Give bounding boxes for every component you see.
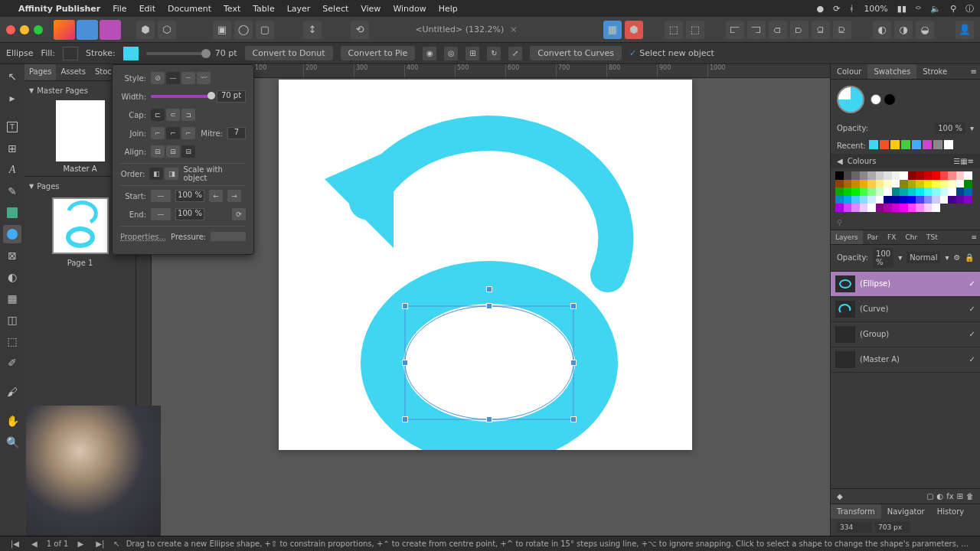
- palette-swatch[interactable]: [908, 196, 916, 204]
- menu-document[interactable]: Document: [168, 4, 211, 14]
- palette-swatch[interactable]: [860, 180, 868, 188]
- palette-swatch[interactable]: [900, 204, 908, 212]
- rectangle-tool[interactable]: [3, 204, 21, 222]
- black-swatch[interactable]: [884, 94, 895, 105]
- palette-swatch[interactable]: [892, 187, 900, 196]
- ctx-hide-icon[interactable]: ◎: [444, 47, 458, 60]
- stroke-swatch[interactable]: [123, 47, 139, 60]
- place-image-tool[interactable]: ▦: [3, 289, 21, 308]
- transform-x-field[interactable]: 334: [837, 522, 872, 533]
- palette-swatch[interactable]: [964, 187, 972, 196]
- assets-tab[interactable]: Assets: [56, 64, 90, 80]
- palette-swatch[interactable]: [932, 171, 940, 180]
- table-tool[interactable]: ⊞: [3, 139, 21, 158]
- pressure-profile[interactable]: [211, 232, 246, 241]
- join-mitre-button[interactable]: ⌐: [181, 127, 195, 139]
- palette-list-icon[interactable]: ☰: [953, 157, 960, 165]
- palette-swatch[interactable]: [844, 187, 852, 196]
- tb-union-icon[interactable]: ◐: [873, 21, 891, 39]
- search-icon[interactable]: ⚲: [950, 4, 956, 14]
- palette-swatch[interactable]: [964, 196, 972, 204]
- ctx-transform-icon[interactable]: ⤢: [508, 47, 522, 60]
- handle-tl[interactable]: [402, 303, 408, 309]
- palette-swatch[interactable]: [908, 180, 916, 188]
- layers-menu-icon[interactable]: ≡: [968, 230, 980, 244]
- fill-swatch[interactable]: [63, 47, 78, 60]
- palette-swatch[interactable]: [851, 180, 860, 188]
- recent-swatch[interactable]: [933, 140, 942, 149]
- pen-tool[interactable]: ✎: [3, 182, 21, 201]
- palette-swatch[interactable]: [924, 171, 933, 180]
- fx-tab[interactable]: FX: [883, 230, 900, 244]
- palette-swatch[interactable]: [835, 204, 844, 212]
- artistic-text-tool[interactable]: A: [3, 161, 21, 179]
- palette-swatch[interactable]: [892, 204, 900, 212]
- transform-tab[interactable]: Transform: [831, 504, 881, 519]
- pages-tab[interactable]: Pages: [24, 64, 56, 80]
- align-inside-button[interactable]: ⊟: [166, 145, 180, 158]
- tb-align-bottom-icon[interactable]: ⫒: [833, 21, 851, 39]
- palette-swatch[interactable]: [851, 204, 860, 212]
- properties-link[interactable]: Properties...: [120, 233, 166, 241]
- palette-swatch[interactable]: [884, 180, 892, 188]
- palette-swatch[interactable]: [844, 171, 852, 180]
- palette-swatch[interactable]: [900, 180, 908, 188]
- palette-swatch[interactable]: [916, 187, 924, 196]
- convert-curves-button[interactable]: Convert to Curves: [530, 46, 622, 60]
- style-dash-button[interactable]: ┄: [181, 72, 195, 84]
- menu-select[interactable]: Select: [322, 4, 348, 14]
- palette-swatch[interactable]: [835, 187, 844, 196]
- navigator-tab[interactable]: Navigator: [881, 504, 931, 519]
- join-bevel-button[interactable]: ⌐: [166, 127, 180, 139]
- publisher-persona-icon[interactable]: [54, 20, 75, 40]
- color-picker-tool[interactable]: ✐: [3, 354, 21, 372]
- palette-swatch[interactable]: [876, 187, 884, 196]
- palette-swatch[interactable]: [924, 187, 933, 196]
- handle-bl[interactable]: [402, 416, 408, 422]
- ctx-move-icon[interactable]: ⊞: [466, 47, 479, 60]
- character-tab[interactable]: Chr: [900, 230, 922, 244]
- cap-round-button[interactable]: ⊂: [166, 109, 180, 121]
- palette-swatch[interactable]: [876, 204, 884, 212]
- end-size[interactable]: 100 %: [175, 208, 204, 220]
- palette-back-icon[interactable]: ◀: [837, 157, 843, 165]
- recent-swatch[interactable]: [901, 140, 910, 149]
- palette-swatch[interactable]: [867, 171, 876, 180]
- start-place-out[interactable]: →: [227, 190, 241, 202]
- none-swatch[interactable]: [871, 94, 881, 105]
- ellipse-tool[interactable]: [3, 225, 21, 243]
- fill-tool[interactable]: ◫: [3, 311, 21, 329]
- palette-swatch[interactable]: [908, 171, 916, 180]
- close-tab-icon[interactable]: ×: [510, 24, 517, 34]
- layer-master-a[interactable]: (Master A) ✓: [831, 347, 980, 373]
- opacity-field[interactable]: 100 %: [935, 122, 965, 134]
- tb-account-icon[interactable]: 👤: [956, 21, 974, 39]
- record-icon[interactable]: ●: [817, 4, 825, 14]
- fill-stroke-selector[interactable]: [837, 86, 864, 113]
- blend-dropdown[interactable]: ▾: [945, 253, 949, 262]
- swap-ends-button[interactable]: ⟳: [232, 208, 246, 220]
- last-page-button[interactable]: ▶|: [93, 540, 107, 548]
- palette-swatch[interactable]: [924, 196, 933, 204]
- style-none-button[interactable]: ⊘: [151, 72, 165, 84]
- handle-br[interactable]: [570, 416, 577, 422]
- palette-swatch[interactable]: [940, 180, 949, 188]
- tb-arrow-icon[interactable]: ↕: [303, 21, 322, 39]
- palette-grid-icon[interactable]: ▦: [960, 157, 967, 165]
- recent-swatch[interactable]: [944, 140, 953, 149]
- start-place-in[interactable]: ←: [209, 190, 223, 202]
- palette-swatch[interactable]: [956, 180, 965, 188]
- cap-butt-button[interactable]: ⊏: [151, 109, 165, 121]
- palette-swatch[interactable]: [851, 196, 860, 204]
- blend-mode-select[interactable]: Normal: [906, 252, 940, 263]
- layer-gear-icon[interactable]: ⚙: [953, 253, 960, 262]
- bluetooth-icon[interactable]: ᚼ: [849, 4, 854, 14]
- vector-crop-tool[interactable]: ◐: [3, 268, 21, 286]
- tb-align-right-icon[interactable]: ⫏: [769, 21, 787, 39]
- maximize-button[interactable]: [34, 25, 43, 34]
- palette-swatch[interactable]: [948, 180, 956, 188]
- tb-align-center-icon[interactable]: ⫎: [747, 21, 766, 39]
- master-a-thumb[interactable]: [56, 100, 105, 161]
- palette-swatch[interactable]: [835, 171, 844, 180]
- palette-swatch[interactable]: [900, 196, 908, 204]
